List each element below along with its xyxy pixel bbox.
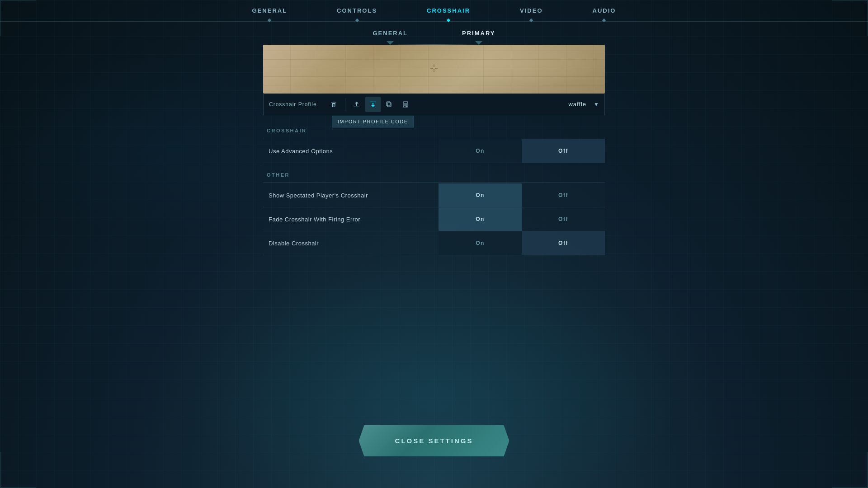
corner-bl	[0, 452, 36, 488]
profile-actions: IMPORT PROFILE CODE	[326, 97, 413, 112]
toggle-spectated-on[interactable]: On	[439, 183, 522, 207]
toggle-group-show-spectated: On Off	[439, 183, 605, 207]
subnav-general[interactable]: GENERAL	[373, 30, 408, 37]
svg-rect-5	[387, 102, 390, 106]
profile-label: Crosshair Profile	[269, 101, 322, 108]
toggle-group-advanced-options: On Off	[439, 139, 605, 163]
toggle-fade-off[interactable]: Off	[522, 207, 605, 231]
subnav-primary[interactable]: PRIMARY	[462, 30, 495, 37]
crosshair-reticle	[429, 64, 439, 75]
toggle-spectated-off[interactable]: Off	[522, 183, 605, 207]
page-container: GENERAL CONTROLS CROSSHAIR VIDEO AUDIO G…	[0, 0, 868, 488]
toggle-disable-on[interactable]: On	[439, 231, 522, 255]
top-nav: GENERAL CONTROLS CROSSHAIR VIDEO AUDIO	[0, 0, 868, 22]
crosshair-preview	[263, 45, 605, 94]
svg-rect-4	[387, 103, 391, 107]
setting-row-fade-firing: Fade Crosshair With Firing Error On Off	[263, 207, 605, 231]
profile-dropdown-arrow[interactable]: ▼	[594, 101, 599, 108]
sub-nav: GENERAL PRIMARY	[0, 22, 868, 45]
nav-item-video[interactable]: VIDEO	[495, 0, 567, 21]
nav-item-general[interactable]: GENERAL	[227, 0, 312, 21]
toggle-group-disable-crosshair: On Off	[439, 231, 605, 255]
close-button-wrapper: CLOSE SETTINGS	[359, 425, 509, 456]
profile-name: waffle	[568, 101, 590, 108]
delete-profile-button[interactable]	[326, 97, 341, 112]
setting-row-disable-crosshair: Disable Crosshair On Off	[263, 231, 605, 255]
corner-br	[832, 452, 868, 488]
nav-item-controls[interactable]: CONTROLS	[312, 0, 402, 21]
import-profile-button[interactable]	[365, 97, 381, 112]
settings-area: CROSSHAIR Use Advanced Options On Off OT…	[263, 128, 605, 255]
profile-divider	[345, 98, 345, 111]
setting-label-disable-crosshair: Disable Crosshair	[263, 231, 439, 255]
setting-label-fade-firing: Fade Crosshair With Firing Error	[263, 207, 439, 231]
toggle-advanced-on[interactable]: On	[439, 139, 522, 163]
close-settings-button[interactable]: CLOSE SETTINGS	[359, 425, 509, 456]
paste-profile-button[interactable]	[398, 97, 413, 112]
import-tooltip: IMPORT PROFILE CODE	[332, 116, 414, 127]
setting-row-advanced-options: Use Advanced Options On Off	[263, 139, 605, 163]
profile-bar: Crosshair Profile IMPORT PROFILE C	[263, 94, 605, 115]
import-tooltip-wrapper: IMPORT PROFILE CODE	[365, 97, 381, 112]
setting-label-show-spectated: Show Spectated Player's Crosshair	[263, 183, 439, 207]
section-header-other: OTHER	[263, 172, 605, 183]
export-profile-button[interactable]	[349, 97, 364, 112]
section-header-crosshair: CROSSHAIR	[263, 128, 605, 138]
copy-profile-button[interactable]	[382, 97, 397, 112]
toggle-fade-on[interactable]: On	[439, 207, 522, 231]
toggle-advanced-off[interactable]: Off	[522, 139, 605, 163]
setting-row-show-spectated: Show Spectated Player's Crosshair On Off	[263, 183, 605, 207]
toggle-group-fade-firing: On Off	[439, 207, 605, 231]
toggle-disable-off[interactable]: Off	[522, 231, 605, 255]
setting-label-advanced-options: Use Advanced Options	[263, 139, 439, 163]
nav-item-crosshair[interactable]: CROSSHAIR	[402, 0, 495, 21]
nav-item-audio[interactable]: AUDIO	[568, 0, 641, 21]
